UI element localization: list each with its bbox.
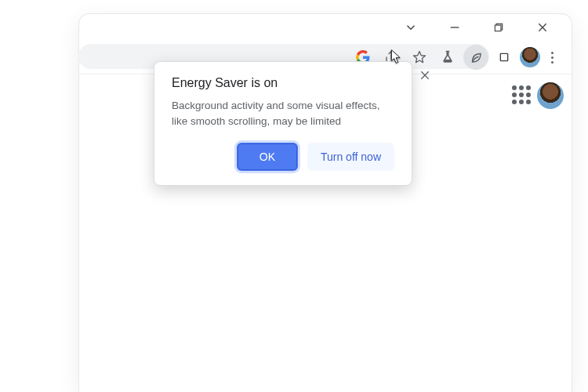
popover-close-icon[interactable]	[415, 65, 435, 85]
popover-body: Background activity and some visual effe…	[172, 98, 394, 129]
svg-rect-2	[495, 25, 501, 31]
energy-saver-popover: Energy Saver is on Background activity a…	[154, 61, 412, 186]
popover-button-row: OK Turn off now	[172, 143, 394, 171]
apps-grid-icon[interactable]	[512, 85, 531, 104]
leaf-icon[interactable]	[463, 45, 488, 70]
toolbar-avatar[interactable]	[520, 47, 540, 67]
tab-dropdown-icon[interactable]	[399, 16, 423, 39]
flask-icon[interactable]	[435, 45, 460, 70]
minimize-icon[interactable]	[443, 16, 466, 39]
close-icon[interactable]	[531, 16, 554, 39]
extensions-icon[interactable]	[492, 45, 517, 70]
svg-rect-7	[500, 53, 507, 60]
maximize-icon[interactable]	[487, 16, 510, 39]
svg-marker-6	[414, 52, 426, 63]
turn-off-button[interactable]: Turn off now	[307, 143, 394, 171]
popover-title: Energy Saver is on	[172, 76, 394, 90]
ok-button[interactable]: OK	[237, 143, 298, 171]
page-avatar[interactable]	[537, 82, 564, 109]
caption-bar	[79, 14, 572, 41]
kebab-menu[interactable]	[543, 45, 561, 70]
